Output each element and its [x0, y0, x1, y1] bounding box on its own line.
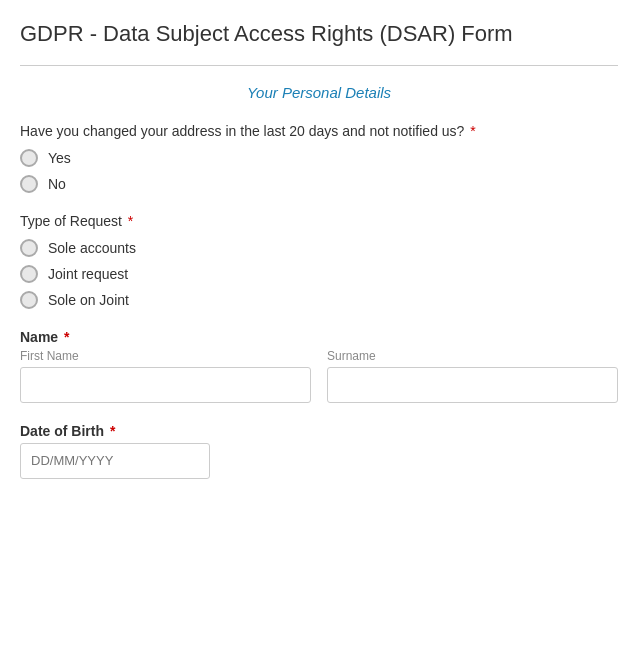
request-type-block: Type of Request * Sole accounts Joint re…: [20, 213, 618, 309]
page-title: GDPR - Data Subject Access Rights (DSAR)…: [20, 20, 618, 49]
address-yes-label: Yes: [48, 150, 71, 166]
address-no-radio[interactable]: [20, 175, 38, 193]
first-name-col: First Name: [20, 349, 311, 403]
required-indicator: *: [466, 123, 475, 139]
address-no-option[interactable]: No: [20, 175, 618, 193]
joint-request-radio[interactable]: [20, 265, 38, 283]
sole-accounts-label: Sole accounts: [48, 240, 136, 256]
joint-request-label: Joint request: [48, 266, 128, 282]
sole-accounts-radio[interactable]: [20, 239, 38, 257]
request-type-radio-group: Sole accounts Joint request Sole on Join…: [20, 239, 618, 309]
surname-col: Surname: [327, 349, 618, 403]
name-row: First Name Surname: [20, 349, 618, 403]
section-title: Your Personal Details: [20, 84, 618, 101]
sole-accounts-option[interactable]: Sole accounts: [20, 239, 618, 257]
first-name-sub-label: First Name: [20, 349, 311, 363]
sole-on-joint-option[interactable]: Sole on Joint: [20, 291, 618, 309]
required-indicator-3: *: [60, 329, 69, 345]
surname-sub-label: Surname: [327, 349, 618, 363]
address-question-label: Have you changed your address in the las…: [20, 123, 618, 139]
request-type-label: Type of Request *: [20, 213, 618, 229]
name-block: Name * First Name Surname: [20, 329, 618, 403]
required-indicator-4: *: [106, 423, 115, 439]
first-name-input[interactable]: [20, 367, 311, 403]
name-field-label: Name *: [20, 329, 618, 345]
address-no-label: No: [48, 176, 66, 192]
address-yes-radio[interactable]: [20, 149, 38, 167]
sole-on-joint-label: Sole on Joint: [48, 292, 129, 308]
surname-input[interactable]: [327, 367, 618, 403]
address-question-block: Have you changed your address in the las…: [20, 123, 618, 193]
joint-request-option[interactable]: Joint request: [20, 265, 618, 283]
dob-input[interactable]: [20, 443, 210, 479]
sole-on-joint-radio[interactable]: [20, 291, 38, 309]
required-indicator-2: *: [124, 213, 133, 229]
divider: [20, 65, 618, 66]
address-radio-group: Yes No: [20, 149, 618, 193]
dob-field-label: Date of Birth *: [20, 423, 618, 439]
address-yes-option[interactable]: Yes: [20, 149, 618, 167]
dob-block: Date of Birth *: [20, 423, 618, 479]
